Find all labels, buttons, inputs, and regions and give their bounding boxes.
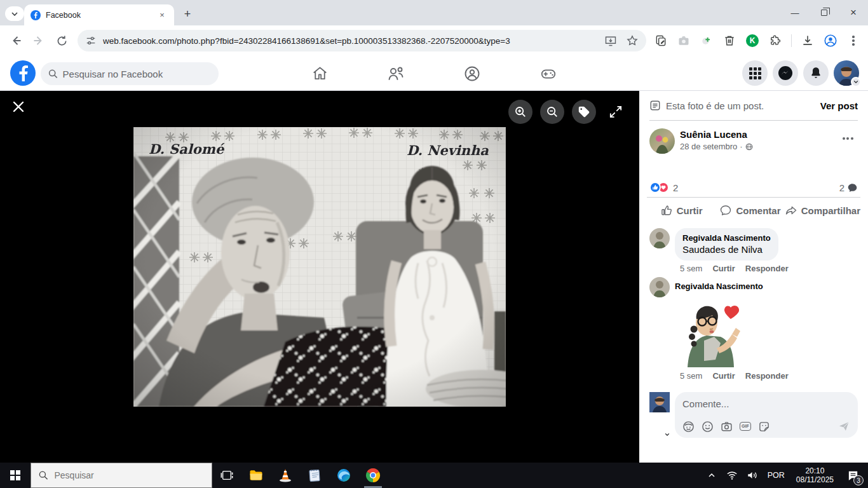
comment-sticker[interactable] [679, 299, 750, 367]
sticker-icon[interactable] [758, 421, 770, 433]
downloads-button[interactable] [798, 31, 817, 50]
taskbar-search[interactable] [31, 463, 212, 488]
browser-menu-button[interactable] [844, 31, 863, 50]
facebook-search-input[interactable] [63, 69, 211, 79]
profile-button[interactable] [821, 31, 840, 50]
url-text[interactable]: web.facebook.com/photo.php?fbid=24302284… [103, 36, 598, 46]
gif-icon[interactable]: GIF [740, 422, 751, 431]
messenger-button[interactable] [773, 60, 798, 86]
messenger-icon [778, 65, 793, 81]
comment-count[interactable]: 2 [839, 182, 858, 193]
post-more-button[interactable] [837, 128, 858, 149]
comments-section: Regivalda Nascimento Saudades de Nilva 5… [639, 220, 868, 381]
url-bar[interactable]: web.facebook.com/photo.php?fbid=24302284… [78, 30, 646, 51]
comment-author[interactable]: Regivalda Nascimento [682, 233, 771, 243]
share-button[interactable]: Compartilhar [785, 200, 860, 220]
reload-button[interactable] [51, 30, 72, 51]
tab-close-icon[interactable]: × [156, 10, 168, 21]
install-app-icon[interactable] [604, 34, 617, 47]
window-restore-button[interactable] [810, 0, 839, 25]
viewer-close-button[interactable] [9, 97, 28, 116]
comment-author[interactable]: Regivalda Nascimento [675, 277, 763, 297]
forward-button[interactable] [28, 30, 50, 51]
fullscreen-button[interactable] [604, 100, 628, 124]
adder-extension-icon[interactable] [697, 31, 716, 50]
action-center-button[interactable]: 3 [841, 463, 864, 488]
volume-icon[interactable] [743, 463, 761, 488]
nav-gaming-tab[interactable] [539, 65, 557, 83]
like-button[interactable]: Curtir [647, 200, 715, 220]
comment-input[interactable]: Comente... GIF [675, 392, 858, 438]
facebook-logo[interactable] [10, 60, 36, 86]
profile-avatar[interactable] [834, 60, 859, 86]
post-author-avatar[interactable] [649, 128, 675, 154]
edge-button[interactable] [329, 463, 358, 488]
new-tab-button[interactable]: + [179, 6, 196, 22]
comment-button[interactable]: Comentar [715, 200, 784, 220]
post-photo[interactable]: D. Salomé D. Nevinha [133, 127, 506, 407]
windows-logo-icon [10, 470, 20, 480]
sticker-heart [724, 306, 739, 319]
wifi-icon[interactable] [723, 463, 741, 488]
task-view-button[interactable] [212, 463, 241, 488]
bookmark-star-icon[interactable] [626, 34, 639, 47]
like-reaction-icon[interactable] [649, 182, 661, 193]
post-author-name[interactable]: Suênia Lucena [680, 128, 753, 140]
screenshot-extension-icon[interactable] [674, 31, 693, 50]
comment-time[interactable]: 5 sem [680, 264, 702, 273]
notepad-button[interactable] [300, 463, 329, 488]
comment-reply-link[interactable]: Responder [745, 371, 789, 381]
chevron-up-icon [708, 471, 715, 479]
comment-bubble[interactable]: Regivalda Nascimento Saudades de Nilva [675, 228, 778, 261]
comment-reply-link[interactable]: Responder [745, 264, 789, 273]
taskbar-search-input[interactable] [55, 470, 205, 480]
composer-avatar[interactable] [649, 392, 670, 438]
window-close-button[interactable]: × [839, 0, 868, 25]
browser-toolbar: web.facebook.com/photo.php?fbid=24302284… [0, 25, 868, 56]
apps-menu-button[interactable] [742, 60, 768, 86]
reaction-count[interactable]: 2 [673, 182, 678, 193]
taskbar-clock[interactable]: 20:10 08/11/2025 [791, 466, 839, 484]
comment-time[interactable]: 5 sem [680, 371, 702, 381]
file-explorer-button[interactable] [241, 463, 271, 488]
kaspersky-extension-icon[interactable]: K [743, 31, 762, 50]
trash-extension-icon[interactable] [720, 31, 739, 50]
window-minimize-button[interactable]: — [780, 0, 810, 25]
notifications-button[interactable] [803, 60, 829, 86]
facebook-search[interactable] [41, 62, 219, 85]
close-icon [11, 100, 25, 114]
nav-home-tab[interactable] [311, 65, 329, 83]
extensions-puzzle-icon[interactable] [766, 31, 785, 50]
browser-titlebar: Facebook × + — × [0, 0, 868, 25]
comment-like-link[interactable]: Curtir [712, 264, 735, 273]
start-button[interactable] [0, 463, 31, 488]
browser-tab-facebook[interactable]: Facebook × [24, 4, 174, 25]
extensions-area: K [651, 31, 863, 50]
zoom-out-button[interactable] [540, 100, 564, 124]
notes-extension-icon[interactable] [651, 31, 670, 50]
commenter-avatar[interactable] [649, 228, 670, 248]
tag-photo-button[interactable] [572, 100, 596, 124]
chrome-button[interactable] [358, 463, 388, 488]
nav-friends-tab[interactable] [387, 65, 405, 83]
avatar-sticker-icon[interactable] [682, 421, 695, 433]
send-comment-button[interactable] [837, 420, 850, 433]
camera-icon[interactable] [721, 421, 733, 433]
view-post-link[interactable]: Ver post [820, 100, 858, 111]
post-date[interactable]: 28 de setembro [680, 142, 737, 151]
nav-groups-tab[interactable] [463, 65, 481, 83]
language-indicator[interactable]: POR [764, 471, 789, 480]
emoji-icon[interactable] [702, 421, 714, 433]
vlc-button[interactable] [271, 463, 300, 488]
tab-search-button[interactable] [5, 6, 24, 21]
photo-viewer: D. Salomé D. Nevinha [0, 91, 639, 463]
comment-like-link[interactable]: Curtir [712, 371, 735, 381]
comment-composer: Comente... GIF [639, 384, 868, 438]
back-button[interactable] [5, 30, 27, 51]
edge-icon [336, 468, 351, 483]
comment-bubble-icon [847, 182, 858, 193]
zoom-in-button[interactable] [508, 100, 532, 124]
commenter-avatar[interactable] [649, 277, 670, 297]
chevron-down-icon [665, 432, 670, 437]
tray-chevron-up[interactable] [703, 463, 721, 488]
